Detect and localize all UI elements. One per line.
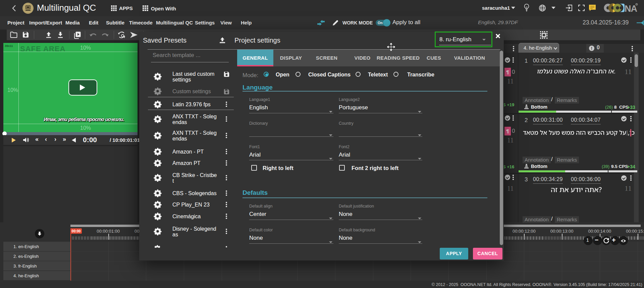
svg-text:R: R [636,3,638,5]
svg-text:NA: NA [625,4,637,14]
